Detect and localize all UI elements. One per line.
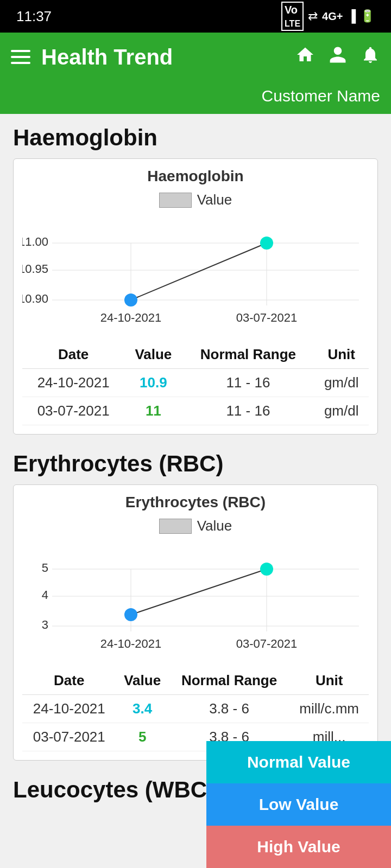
app-title: Health Trend bbox=[41, 45, 285, 69]
table-row: 24-10-2021 10.9 11 - 16 gm/dl bbox=[22, 369, 369, 397]
signal-bars-icon: ▐ bbox=[347, 9, 356, 23]
erythrocytes-chart-title: Erythrocytes (RBC) bbox=[22, 494, 369, 511]
menu-button[interactable] bbox=[11, 50, 30, 64]
volte-icon: VoLTE bbox=[281, 2, 304, 31]
rbc-value-1: 3.4 bbox=[116, 695, 169, 723]
rbc-unit-1: mill/c.mm bbox=[289, 695, 369, 723]
svg-text:11.00: 11.00 bbox=[22, 235, 48, 248]
hgb-unit-2: gm/dl bbox=[314, 397, 369, 425]
svg-line-10 bbox=[131, 243, 267, 300]
erythrocytes-section-title: Erythrocytes (RBC) bbox=[13, 451, 378, 477]
bell-icon[interactable] bbox=[361, 45, 380, 69]
haemoglobin-col-range: Normal Range bbox=[182, 341, 314, 369]
svg-text:03-07-2021: 03-07-2021 bbox=[236, 311, 298, 324]
haemoglobin-chart-title: Haemoglobin bbox=[22, 168, 369, 185]
haemoglobin-section-title: Haemoglobin bbox=[13, 125, 378, 151]
svg-line-23 bbox=[131, 569, 267, 615]
svg-text:5: 5 bbox=[42, 561, 48, 575]
svg-point-12 bbox=[260, 237, 273, 250]
battery-icon: 🔋 bbox=[360, 9, 375, 23]
legend-low-value: Low Value bbox=[206, 783, 391, 821]
svg-point-11 bbox=[124, 293, 137, 307]
hgb-date-1: 24-10-2021 bbox=[22, 369, 124, 397]
rbc-col-date: Date bbox=[22, 667, 116, 695]
haemoglobin-col-value: Value bbox=[124, 341, 182, 369]
table-row: 24-10-2021 3.4 3.8 - 6 mill/c.mm bbox=[22, 695, 369, 723]
status-icons: VoLTE ⇄ 4G+ ▐ 🔋 bbox=[281, 2, 375, 31]
rbc-value-2: 5 bbox=[116, 723, 169, 751]
svg-text:3: 3 bbox=[42, 618, 48, 631]
haemoglobin-table: Date Value Normal Range Unit 24-10-2021 … bbox=[22, 341, 369, 425]
erythrocytes-legend-box bbox=[159, 519, 192, 534]
svg-point-25 bbox=[260, 563, 273, 576]
svg-point-24 bbox=[124, 608, 137, 621]
rbc-date-2: 03-07-2021 bbox=[22, 723, 116, 751]
svg-text:10.90: 10.90 bbox=[22, 292, 48, 305]
erythrocytes-table: Date Value Normal Range Unit 24-10-2021 … bbox=[22, 667, 369, 751]
svg-text:03-07-2021: 03-07-2021 bbox=[236, 637, 298, 650]
rbc-col-range: Normal Range bbox=[169, 667, 290, 695]
status-time: 11:37 bbox=[16, 8, 52, 25]
haemoglobin-col-unit: Unit bbox=[314, 341, 369, 369]
home-icon[interactable] bbox=[295, 45, 315, 69]
network-icon: 4G+ bbox=[322, 10, 343, 23]
header-icons bbox=[295, 45, 380, 69]
haemoglobin-legend-box bbox=[159, 193, 192, 208]
customer-name: Customer Name bbox=[11, 81, 380, 114]
rbc-col-unit: Unit bbox=[289, 667, 369, 695]
profile-icon[interactable] bbox=[328, 45, 348, 69]
hgb-range-1: 11 - 16 bbox=[182, 369, 314, 397]
hgb-unit-1: gm/dl bbox=[314, 369, 369, 397]
rbc-date-1: 24-10-2021 bbox=[22, 695, 116, 723]
svg-text:24-10-2021: 24-10-2021 bbox=[100, 637, 162, 650]
status-bar: 11:37 VoLTE ⇄ 4G+ ▐ 🔋 bbox=[0, 0, 391, 33]
erythrocytes-legend: Value bbox=[22, 518, 369, 534]
main-content: Haemoglobin Haemoglobin Value 11.00 10.9… bbox=[0, 114, 391, 821]
erythrocytes-legend-label: Value bbox=[197, 518, 232, 534]
haemoglobin-legend: Value bbox=[22, 192, 369, 208]
app-header: Health Trend Customer Name bbox=[0, 33, 391, 114]
hgb-range-2: 11 - 16 bbox=[182, 397, 314, 425]
hgb-value-2: 11 bbox=[124, 397, 182, 425]
erythrocytes-chart: 5 4 3 24-10-2021 03-07-2021 bbox=[22, 542, 369, 661]
rbc-col-value: Value bbox=[116, 667, 169, 695]
legend-popup: Normal Value Low Value High Value bbox=[206, 741, 391, 821]
haemoglobin-chart-card: Haemoglobin Value 11.00 10.95 10.90 24-1… bbox=[13, 158, 378, 435]
hgb-value-1: 10.9 bbox=[124, 369, 182, 397]
haemoglobin-col-date: Date bbox=[22, 341, 124, 369]
signal-icon: ⇄ bbox=[308, 9, 318, 23]
table-row: 03-07-2021 11 11 - 16 gm/dl bbox=[22, 397, 369, 425]
legend-normal-value: Normal Value bbox=[206, 741, 391, 783]
hgb-date-2: 03-07-2021 bbox=[22, 397, 124, 425]
haemoglobin-legend-label: Value bbox=[197, 192, 232, 208]
rbc-range-1: 3.8 - 6 bbox=[169, 695, 290, 723]
svg-text:10.95: 10.95 bbox=[22, 262, 48, 276]
haemoglobin-chart: 11.00 10.95 10.90 24-10-2021 03-07-2021 bbox=[22, 216, 369, 335]
erythrocytes-chart-card: Erythrocytes (RBC) Value 5 4 3 24-10-202… bbox=[13, 484, 378, 761]
svg-text:24-10-2021: 24-10-2021 bbox=[100, 311, 162, 324]
svg-text:4: 4 bbox=[42, 588, 48, 602]
